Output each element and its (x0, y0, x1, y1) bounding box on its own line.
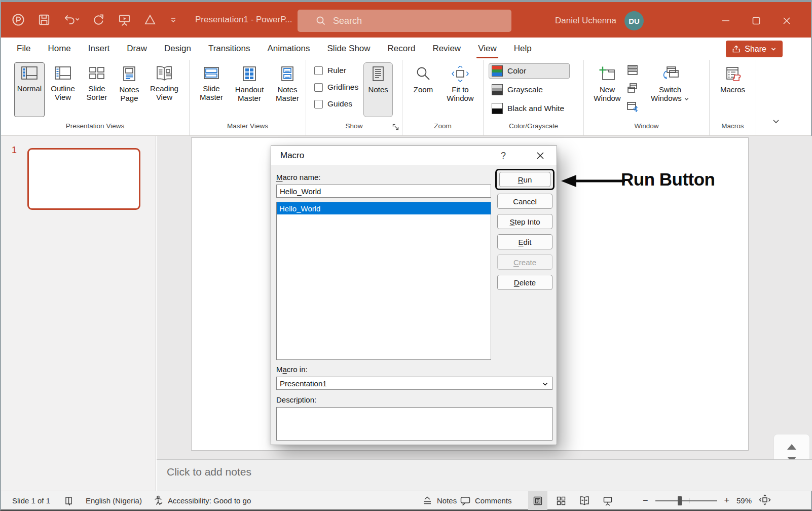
ruler-checkbox[interactable] (314, 66, 323, 75)
tab-insert[interactable]: Insert (80, 38, 119, 60)
notes-pane[interactable]: Click to add notes (157, 459, 812, 491)
dialog-close-button[interactable] (529, 146, 551, 165)
redo-repeat-icon[interactable] (92, 13, 105, 26)
customize-qat-icon[interactable] (169, 15, 178, 24)
delete-button[interactable]: Delete (497, 275, 552, 290)
spell-check-icon[interactable] (64, 491, 75, 510)
guides-checkbox[interactable] (314, 100, 323, 108)
collapse-ribbon-icon[interactable] (771, 118, 781, 127)
previous-slide-icon[interactable] (787, 444, 796, 450)
chevron-down-icon (542, 380, 548, 389)
tab-home[interactable]: Home (39, 38, 79, 60)
notes-page-button[interactable]: Notes Page (114, 62, 145, 117)
group-zoom: Zoom Fit to Window Zoom (402, 60, 484, 135)
minimize-button[interactable] (711, 2, 741, 40)
switch-windows-button[interactable]: Switch Windows (647, 62, 693, 117)
grayscale-button[interactable]: Grayscale (489, 82, 570, 97)
help-button[interactable]: ? (495, 146, 512, 165)
reading-view-status-button[interactable] (575, 491, 594, 510)
user-name: Daniel Uchenna (555, 16, 616, 26)
accessibility-status[interactable]: Accessibility: Good to go (153, 491, 251, 510)
tab-file[interactable]: File (8, 38, 39, 60)
color-button[interactable]: Color (489, 63, 570, 79)
reading-view-button[interactable]: Reading View (146, 62, 182, 117)
zoom-percentage[interactable]: 59% (736, 496, 752, 505)
macros-button[interactable]: Macros (715, 62, 751, 117)
fit-slide-to-window-button[interactable] (759, 494, 771, 507)
slide-sorter-status-button[interactable] (551, 491, 571, 510)
tab-record[interactable]: Record (379, 38, 424, 60)
slide-master-button[interactable]: Slide Master (195, 62, 228, 117)
language-indicator[interactable]: English (Nigeria) (86, 491, 142, 510)
macro-list[interactable]: Hello_World (276, 202, 491, 360)
new-window-button[interactable]: New Window (590, 62, 624, 117)
search-input[interactable]: Search (298, 10, 511, 32)
maximize-button[interactable] (741, 2, 771, 40)
start-slideshow-icon[interactable] (118, 13, 131, 27)
gridlines-checkbox-row[interactable]: Gridlines (314, 83, 358, 92)
gridlines-checkbox[interactable] (314, 83, 323, 92)
run-button-focus-ring: Run (495, 169, 555, 190)
avatar[interactable]: DU (624, 11, 644, 30)
macro-in-dropdown[interactable]: Presentation1 (276, 377, 552, 390)
edit-button[interactable]: Edit (497, 234, 552, 249)
tab-view[interactable]: View (469, 38, 505, 60)
notes-placeholder: Click to add notes (167, 466, 251, 478)
cascade-windows-icon[interactable] (626, 82, 640, 96)
step-into-button[interactable]: Step Into (497, 214, 552, 229)
arrange-all-icon[interactable] (626, 64, 640, 78)
ruler-checkbox-row[interactable]: Ruler (314, 66, 358, 75)
description-field[interactable] (276, 407, 552, 441)
handout-master-button[interactable]: Handout Master (230, 62, 269, 117)
cancel-button[interactable]: Cancel (497, 194, 552, 209)
black-and-white-button[interactable]: Black and White (489, 101, 570, 116)
annotation-label: Run Button (621, 169, 715, 190)
notes-toggle-button[interactable]: Notes (363, 62, 393, 117)
zoom-controls: − + 59% (643, 491, 771, 510)
share-button[interactable]: Share (726, 41, 783, 57)
slide-indicator[interactable]: Slide 1 of 1 (12, 491, 50, 510)
account-area[interactable]: Daniel Uchenna DU (555, 2, 644, 40)
tab-help[interactable]: Help (505, 38, 540, 60)
close-button[interactable] (771, 2, 802, 40)
fit-to-window-button[interactable]: Fit to Window (442, 62, 478, 117)
normal-view-status-button[interactable] (528, 491, 547, 510)
run-button[interactable]: Run (499, 172, 550, 187)
tab-draw[interactable]: Draw (118, 38, 156, 60)
zoom-button[interactable]: Zoom (408, 62, 439, 117)
zoom-slider-thumb[interactable] (678, 496, 682, 505)
notes-toggle[interactable]: Notes (422, 491, 457, 510)
slide-sorter-button[interactable]: Slide Sorter (81, 62, 113, 117)
window-controls (711, 2, 802, 40)
fit-to-window-icon (452, 66, 469, 82)
show-dialog-launcher-icon[interactable] (392, 123, 399, 132)
tab-design[interactable]: Design (156, 38, 200, 60)
undo-icon[interactable] (63, 13, 80, 26)
macro-dialog: Macro ? Macro name: Hello_World Hello_Wo… (271, 145, 557, 445)
tab-review[interactable]: Review (424, 38, 469, 60)
zoom-out-button[interactable]: − (643, 495, 648, 506)
comments-toggle[interactable]: Comments (460, 491, 512, 510)
zoom-in-button[interactable]: + (724, 495, 730, 506)
reading-view-icon (155, 66, 173, 81)
save-icon[interactable] (38, 13, 51, 26)
move-split-icon[interactable] (626, 100, 640, 115)
document-title: Presentation1 - PowerP... (195, 15, 292, 25)
macro-name-input[interactable]: Hello_World (276, 185, 491, 198)
tab-transitions[interactable]: Transitions (200, 38, 259, 60)
tab-slide-show[interactable]: Slide Show (319, 38, 379, 60)
shape-icon[interactable] (143, 13, 157, 26)
outline-view-button[interactable]: Outline View (46, 62, 80, 117)
macro-dialog-titlebar[interactable]: Macro ? (271, 146, 557, 165)
slide-1-thumbnail[interactable] (27, 148, 140, 210)
color-icon (492, 65, 503, 77)
slideshow-status-button[interactable] (598, 491, 617, 510)
group-label-color-grayscale: Color/Grayscale (484, 122, 583, 135)
tab-animations[interactable]: Animations (259, 38, 318, 60)
normal-view-button[interactable]: Normal (14, 62, 45, 117)
macro-list-item-selected[interactable]: Hello_World (277, 202, 491, 214)
powerpoint-logo-icon[interactable] (11, 13, 25, 27)
notes-master-button[interactable]: Notes Master (271, 62, 304, 117)
guides-checkbox-row[interactable]: Guides (314, 99, 358, 108)
zoom-slider[interactable] (655, 500, 717, 501)
